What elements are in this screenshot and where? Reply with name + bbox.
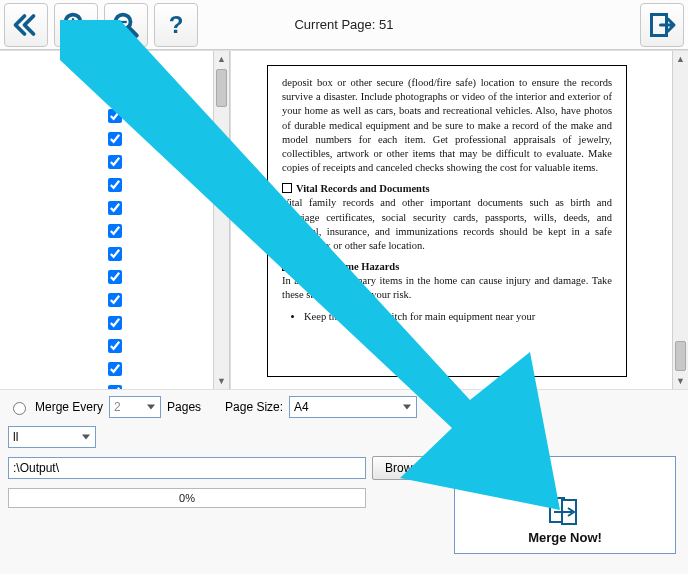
scroll-thumb[interactable] (216, 69, 227, 107)
back-arrows-icon (11, 10, 41, 40)
right-scrollbar[interactable]: ▲ ▼ (672, 51, 688, 389)
filter-value: ll (13, 430, 18, 444)
document-preview: deposit box or other secure (flood/fire … (267, 65, 627, 377)
checkbox-glyph-icon (282, 261, 292, 271)
merge-page-checkbox[interactable] (108, 86, 122, 100)
doc-paragraph: deposit box or other secure (flood/fire … (282, 76, 612, 175)
merge-page-checkbox[interactable] (108, 247, 122, 261)
back-button[interactable] (4, 3, 48, 47)
filter-select[interactable]: ll (8, 426, 96, 448)
page-size-label: Page Size: (225, 400, 283, 414)
toolbar: ? Current Page: 51 (0, 0, 688, 50)
progress-bar: 0% (8, 488, 366, 508)
merge-page-checkbox[interactable] (108, 362, 122, 376)
merge-page-checkbox[interactable] (108, 293, 122, 307)
doc-section-title: Reduce Home Hazards (296, 260, 399, 274)
merge-page-checkbox[interactable] (108, 316, 122, 330)
merge-every-radio[interactable] (13, 402, 26, 415)
pages-label: Pages (167, 400, 201, 414)
question-icon: ? (161, 10, 191, 40)
merge-now-label: Merge Now! (528, 530, 602, 545)
svg-line-1 (78, 27, 86, 35)
progress-text: 0% (179, 492, 195, 504)
scroll-up-icon[interactable]: ▲ (214, 51, 229, 67)
doc-section: Reduce Home Hazards In a disaster, ordin… (282, 260, 612, 303)
page-list-pane: Merge ▲ ▼ (0, 51, 230, 389)
doc-section-body: Vital family records and other important… (282, 197, 612, 251)
merge-options-row: Merge Every 2 Pages Page Size: A4 (8, 396, 680, 418)
merge-page-checkbox[interactable] (108, 109, 122, 123)
merge-page-checkbox[interactable] (108, 155, 122, 169)
merge-checkbox-column (104, 83, 125, 389)
merge-page-checkbox[interactable] (108, 224, 122, 238)
scroll-down-icon[interactable]: ▼ (214, 373, 229, 389)
doc-section-body: In a disaster, ordinary items in the hom… (282, 275, 612, 300)
merge-column-header: Merge (104, 59, 141, 74)
help-button[interactable]: ? (154, 3, 198, 47)
filter-row: ll (8, 426, 680, 448)
svg-line-5 (128, 27, 136, 35)
preview-pane: deposit box or other secure (flood/fire … (230, 51, 688, 389)
merge-pages-icon (548, 496, 582, 526)
doc-bullet: Keep the shut-off switch for main equipm… (304, 310, 612, 324)
merge-every-count-select[interactable]: 2 (109, 396, 161, 418)
exit-button[interactable] (640, 3, 684, 47)
merge-every-value: 2 (114, 400, 121, 414)
merge-page-checkbox[interactable] (108, 201, 122, 215)
doc-section-title: Vital Records and Documents (296, 182, 429, 196)
checkbox-glyph-icon (282, 183, 292, 193)
output-path-input[interactable] (8, 457, 366, 479)
scroll-down-icon[interactable]: ▼ (673, 373, 688, 389)
merge-page-checkbox[interactable] (108, 178, 122, 192)
exit-icon (647, 10, 677, 40)
left-scrollbar[interactable]: ▲ ▼ (213, 51, 229, 389)
doc-bullet-list: Keep the shut-off switch for main equipm… (304, 310, 612, 324)
merge-now-button[interactable]: Merge Now! (454, 456, 676, 554)
main-area: Merge ▲ ▼ deposit box or other secure (f… (0, 50, 688, 390)
doc-section: Vital Records and Documents Vital family… (282, 182, 612, 253)
merge-every-label: Merge Every (35, 400, 103, 414)
scroll-thumb[interactable] (675, 341, 686, 371)
current-page-value: 51 (379, 17, 393, 32)
zoom-in-icon (61, 10, 91, 40)
current-page-prefix: Current Page: (294, 17, 375, 32)
page-size-select[interactable]: A4 (289, 396, 417, 418)
page-size-value: A4 (294, 400, 309, 414)
browse-button[interactable]: Browse (372, 456, 438, 480)
scroll-up-icon[interactable]: ▲ (673, 51, 688, 67)
merge-page-checkbox[interactable] (108, 339, 122, 353)
merge-page-checkbox[interactable] (108, 385, 122, 389)
zoom-out-button[interactable] (104, 3, 148, 47)
svg-text:?: ? (169, 11, 184, 38)
merge-page-checkbox[interactable] (108, 132, 122, 146)
merge-page-checkbox[interactable] (108, 270, 122, 284)
zoom-out-icon (111, 10, 141, 40)
zoom-in-button[interactable] (54, 3, 98, 47)
